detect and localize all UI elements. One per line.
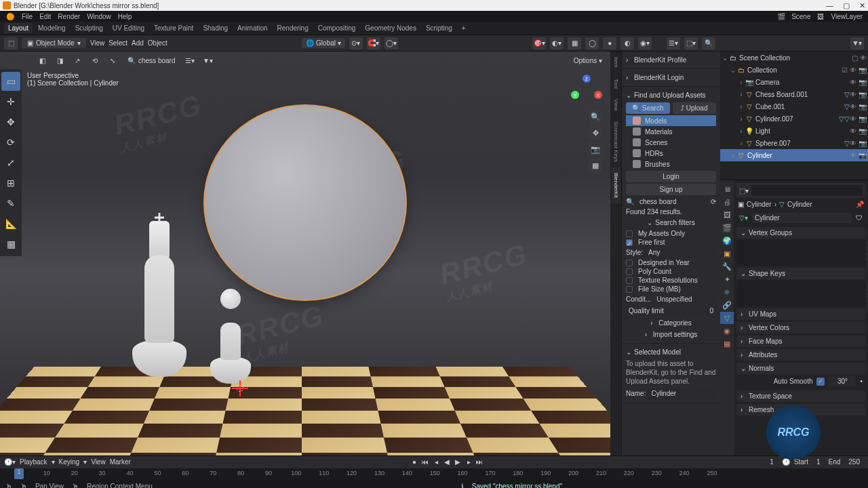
texres-checkbox[interactable]: Texture Resolutions (626, 277, 716, 284)
shape-keys-list[interactable]: +−⌄ (736, 281, 865, 306)
blenderkit-search-input[interactable]: chess board (637, 197, 708, 207)
nav-gizmo[interactable]: Z X Y (571, 75, 602, 106)
prop-tab-viewlayer[interactable]: 🖼 (720, 209, 734, 221)
current-frame[interactable]: 1 (766, 458, 778, 466)
toolheader-object[interactable]: Object (148, 39, 167, 47)
prop-tab-render[interactable]: 🖥 (720, 183, 734, 195)
vtab-item[interactable]: Item (612, 52, 620, 73)
my-assets-checkbox[interactable]: My Assets Only (626, 230, 716, 237)
tab-layout[interactable]: Layout (4, 23, 33, 33)
toolheader-view[interactable]: View (90, 39, 105, 47)
import-settings-header[interactable]: Import settings (626, 329, 716, 340)
end-frame[interactable]: 250 (844, 458, 864, 466)
tab-rendering[interactable]: Rendering (273, 23, 313, 33)
prop-tab-output[interactable]: 🖨 (720, 196, 734, 208)
snap-toggle[interactable]: 🧲▾ (367, 37, 380, 49)
prop-tab-data[interactable]: ▽ (720, 312, 734, 324)
tool-add-primitive[interactable]: ▦ (1, 235, 20, 253)
prop-tab-modifier[interactable]: 🔧 (720, 260, 734, 272)
move-view-icon[interactable]: ✥ (589, 126, 602, 140)
tool-cursor[interactable]: ✛ (1, 92, 20, 111)
play-reverse[interactable]: ◀ (442, 458, 452, 467)
outliner-filter-icon[interactable]: ▼▾ (850, 37, 864, 49)
outliner-item-light[interactable]: ›💡Light👁 📷 (720, 125, 868, 137)
prop-tab-physics[interactable]: ⚛ (720, 286, 734, 298)
free-first-checkbox[interactable]: ✓Free first (626, 239, 716, 246)
outliner-item-cylinder[interactable]: ›▽Cylinder👁 📷 (720, 149, 868, 161)
asset-type-scenes[interactable]: Scenes (626, 137, 716, 148)
tab-geometry-nodes[interactable]: Geometry Nodes (361, 23, 420, 33)
refresh-icon[interactable]: ⟳ (711, 198, 716, 205)
rotate-toggle[interactable]: ⟲ (88, 54, 102, 66)
filter-icon[interactable]: ☰▾ (183, 54, 197, 66)
xray-toggle[interactable]: ▦ (568, 37, 581, 49)
panel-texture-space[interactable]: Texture Space (736, 390, 865, 402)
tool-scale[interactable]: ⤢ (1, 153, 20, 172)
asset-type-materials[interactable]: Materials (626, 126, 716, 137)
menu-help[interactable]: Help (118, 13, 132, 20)
menu-edit[interactable]: Edit (39, 13, 51, 20)
section-find-upload[interactable]: Find and Upload Assets (626, 89, 716, 101)
asset-type-hdrs[interactable]: HDRs (626, 148, 716, 159)
start-frame[interactable]: 1 (812, 458, 825, 466)
menu-file[interactable]: File (22, 13, 33, 20)
select-visibility-icon[interactable]: ◧ (35, 54, 49, 66)
panel-uv-maps[interactable]: UV Maps (736, 308, 865, 320)
outliner-root[interactable]: ⌄🗀Scene Collection▢ 👁 (720, 52, 868, 64)
jump-start[interactable]: ⏮ (420, 458, 430, 467)
panel-shape-keys[interactable]: Shape Keys (736, 268, 865, 279)
tool-transform[interactable]: ⊞ (1, 174, 20, 192)
timeline-editor-type[interactable]: 🕐▾ (4, 458, 16, 466)
camera-view-icon[interactable]: 📷 (589, 142, 602, 156)
proportional-edit-toggle[interactable]: ◯▾ (384, 37, 398, 49)
designed-year-checkbox[interactable]: Designed in Year (626, 259, 716, 266)
timeline-cursor[interactable]: 1 (14, 468, 24, 479)
auto-smooth-checkbox[interactable]: ✓ (816, 378, 825, 386)
vtab-view[interactable]: View (612, 94, 620, 116)
menu-render[interactable]: Render (58, 13, 80, 20)
section-profile[interactable]: BlenderKit Profile (626, 54, 716, 66)
tool-annotate[interactable]: ✎ (1, 194, 20, 213)
tab-modeling[interactable]: Modeling (34, 23, 70, 33)
prop-tab-constraints[interactable]: 🔗 (720, 299, 734, 311)
upload-tab[interactable]: ⤴ Upload (673, 102, 717, 114)
shading-wire[interactable]: ◯ (585, 37, 599, 49)
minimize-button[interactable]: — (826, 1, 833, 10)
auto-smooth-angle[interactable]: 30° (829, 376, 856, 386)
selected-model-header[interactable]: Selected Model (626, 346, 716, 358)
panel-vertex-colors[interactable]: Vertex Colors (736, 322, 865, 333)
section-login[interactable]: BlenderKit Login (626, 72, 716, 83)
breadcrumb-object[interactable]: Cylinder (747, 201, 772, 208)
login-button[interactable]: Login (626, 171, 716, 182)
tool-select-box[interactable]: ▭ (1, 72, 20, 91)
axis-z[interactable]: Z (583, 75, 591, 83)
timeline-view[interactable]: View (91, 458, 106, 466)
keyframe-next[interactable]: ▸ (464, 458, 473, 467)
asset-type-models[interactable]: Models (626, 115, 716, 126)
autokey-toggle[interactable]: ● (412, 458, 416, 466)
filesize-checkbox[interactable]: File Size (MB) (626, 285, 716, 293)
breadcrumb-data[interactable]: Cylinder (787, 201, 812, 208)
tool-rotate[interactable]: ⟳ (1, 133, 20, 152)
gizmo-dropdown[interactable]: 🎯▾ (532, 37, 546, 49)
vtab-blenderkit[interactable]: BlenderKit (612, 167, 620, 203)
mode-selector[interactable]: ▣ Object Mode ▾ (22, 38, 86, 48)
scale-toggle[interactable]: ⤡ (106, 54, 119, 66)
outliner-item-sphere007[interactable]: ›▽Sphere.007▽👁 📷 (720, 137, 868, 149)
panel-face-maps[interactable]: Face Maps (736, 336, 865, 347)
tab-scripting[interactable]: Scripting (422, 23, 456, 33)
panel-normals[interactable]: Normals (736, 363, 865, 374)
zoom-icon[interactable]: 🔍 (589, 110, 602, 123)
quality-limit[interactable]: Quality limit0 (626, 306, 716, 316)
sync-icon[interactable]: 🕐 (782, 458, 790, 466)
outliner-search-icon[interactable] (702, 37, 715, 49)
editor-type-icon[interactable]: ⬚ (4, 37, 18, 49)
overlay-toggle[interactable]: ◐▾ (550, 37, 564, 49)
outliner-item-camera[interactable]: ›📷Camera👁 📷 (720, 76, 868, 88)
viewport-3d[interactable]: ▭ ✛ ✥ ⟳ ⤢ ⊞ ✎ 📐 ▦ ◧ ◨ ↗ ⟲ ⤡ chess board … (0, 52, 610, 455)
prop-tab-particles[interactable]: ✦ (720, 273, 734, 285)
arrow-toggle[interactable]: ↗ (71, 54, 84, 66)
tab-uv-editing[interactable]: UV Editing (108, 23, 149, 33)
funnel-icon[interactable]: ▼▾ (201, 54, 214, 66)
outliner-item-chessboard[interactable]: ›▽Chess Board.001▽👁 📷 (720, 88, 868, 100)
